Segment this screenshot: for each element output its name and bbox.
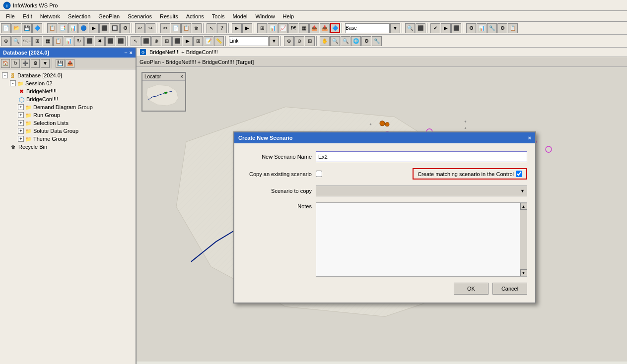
tb-misc2[interactable]: 📊 (477, 23, 487, 33)
menu-results[interactable]: Results (156, 12, 182, 20)
tree-recyclebin[interactable]: 🗑 Recycle Bin (2, 143, 134, 151)
tb2-zoom3[interactable]: ⊞ (305, 36, 315, 46)
tree-tb-refresh[interactable]: ↻ (11, 59, 20, 68)
tb-btn1[interactable]: 🔷 (32, 23, 42, 33)
tb2-btn1[interactable]: ⊕ (1, 36, 11, 46)
tb-btn2[interactable]: 📋 (47, 23, 57, 33)
tb2-misc[interactable]: ⚙ (361, 36, 371, 46)
tb-cut[interactable]: ✂ (160, 23, 170, 33)
dialog-close-btn[interactable]: × (528, 135, 531, 141)
tb-save[interactable]: 💾 (22, 23, 32, 33)
tb2-btn6[interactable]: ↻ (74, 36, 84, 46)
tree-tb-home[interactable]: 🏠 (1, 59, 10, 68)
tb2-zoomin[interactable]: 🔍 (330, 36, 340, 46)
tree-expand-selection[interactable]: + (18, 120, 24, 126)
tb-btn5[interactable]: 🔵 (78, 23, 88, 33)
tb-btn-more[interactable]: ▶ (232, 23, 242, 33)
tb-new[interactable]: 📄 (1, 23, 11, 33)
tree-demand[interactable]: + 📁 Demand Diagram Group (2, 103, 134, 111)
tb-select[interactable]: ↖ (207, 23, 216, 33)
tree-expand-session[interactable]: - (10, 80, 16, 86)
menu-model[interactable]: Model (229, 12, 252, 20)
menu-help[interactable]: Help (279, 12, 298, 20)
tb-misc4[interactable]: ⚙ (497, 23, 507, 33)
tb2-btn13[interactable]: ⬛ (172, 36, 182, 46)
tb2-zoomall[interactable]: 🌐 (351, 36, 361, 46)
scrollbar-up[interactable]: ▲ (520, 203, 527, 210)
tb-btn8[interactable]: 🔲 (110, 23, 120, 33)
tb2-btn7[interactable]: ⬛ (84, 36, 94, 46)
tb-delete[interactable]: 🗑 (192, 23, 202, 33)
tb-btn3[interactable]: 📑 (58, 23, 68, 33)
scenario-dropdown[interactable]: ▼ (316, 185, 527, 196)
tb-layer[interactable]: ▦ (299, 23, 309, 33)
tb-chart[interactable]: 📈 (278, 23, 288, 33)
tb-undo[interactable]: ↩ (135, 23, 145, 33)
menu-file[interactable]: File (2, 12, 19, 20)
tb2-btn14[interactable]: ▶ (183, 36, 193, 46)
tb2-cursor[interactable]: ↖ (131, 36, 140, 46)
tb2-btn11[interactable]: ⊕ (151, 36, 161, 46)
tree-database[interactable]: - 🗄 Database [2024.0] (2, 71, 134, 79)
tb-btn-more2[interactable]: ▶ (242, 23, 252, 33)
tree-expand-theme[interactable]: + (18, 136, 24, 142)
tb2-btn4[interactable]: 📋 (53, 36, 63, 46)
cancel-button[interactable]: Cancel (492, 283, 527, 295)
geoplan-tab-label[interactable]: BridgeNet!!!! + BridgeCon!!!! (149, 49, 218, 55)
tb-search[interactable]: 🔍 (405, 23, 415, 33)
scenario-name-input[interactable] (316, 151, 527, 162)
ok-button[interactable]: OK (454, 283, 488, 295)
menu-geoplan[interactable]: GeoPlan (94, 12, 124, 20)
tb-stop[interactable]: ⬛ (451, 23, 461, 33)
link-menu[interactable]: ▼ (269, 36, 279, 46)
tree-tb-add[interactable]: ➕ (21, 59, 30, 68)
tb-table[interactable]: 📊 (268, 23, 278, 33)
tb-help[interactable]: ? (217, 23, 227, 33)
tb2-btn8[interactable]: ✖ (95, 36, 105, 46)
tb2-sql[interactable]: SQL (22, 36, 32, 46)
tb-validate[interactable]: ✔ (430, 23, 440, 33)
tb2-btn3[interactable]: ▦ (43, 36, 53, 46)
tb-misc1[interactable]: ⚙ (466, 23, 476, 33)
tb-filter[interactable]: ⬛ (416, 23, 425, 33)
tb2-btn12[interactable]: ⊞ (162, 36, 172, 46)
tb-copy[interactable]: 📄 (171, 23, 181, 33)
menu-tools[interactable]: Tools (208, 12, 229, 20)
tb-open[interactable]: 📂 (11, 23, 21, 33)
notes-textarea[interactable] (316, 203, 520, 276)
menu-edit[interactable]: Edit (19, 12, 36, 20)
menu-window[interactable]: Window (251, 12, 279, 20)
tree-rungroup[interactable]: + 📁 Run Group (2, 111, 134, 119)
tb2-btn16[interactable]: 📝 (204, 36, 213, 46)
tb-base-menu[interactable]: ▼ (390, 23, 400, 33)
tb-paste[interactable]: 📋 (181, 23, 191, 33)
tb2-btn17[interactable]: 📏 (214, 36, 224, 46)
menu-selection[interactable]: Selection (64, 12, 94, 20)
tree-expand-demand[interactable]: + (18, 104, 24, 110)
tree-session[interactable]: - 📁 Session 02 (2, 79, 134, 87)
tb2-select[interactable]: ⬛ (141, 36, 151, 46)
tree-bridgecon[interactable]: ◯ BridgeCon!!!! (2, 95, 134, 103)
tb-import[interactable]: 📥 (320, 23, 330, 33)
tree-selectionlists[interactable]: + 📁 Selection Lists (2, 119, 134, 127)
tb-flagged[interactable]: 🔷 (330, 23, 340, 33)
tree-tb-settings[interactable]: ⚙ (31, 59, 40, 68)
tb-map[interactable]: 🗺 (288, 23, 298, 33)
base-dropdown[interactable]: Base (345, 23, 390, 33)
tree-expand-solute[interactable]: + (18, 128, 24, 134)
tb2-zoomout[interactable]: 🔍 (341, 36, 350, 46)
tb-btn4[interactable]: 📊 (68, 23, 78, 33)
create-matching-checkbox[interactable] (516, 171, 522, 177)
tb-grid[interactable]: ⊞ (257, 23, 267, 33)
menu-network[interactable]: Network (36, 12, 64, 20)
copy-existing-checkbox[interactable] (316, 171, 322, 177)
tree-expand-db[interactable]: - (2, 72, 8, 78)
menu-scenarios[interactable]: Scenarios (124, 12, 156, 20)
tb2-btn2[interactable]: 🔍 (11, 36, 21, 46)
tb2-btn5[interactable]: 📊 (64, 36, 73, 46)
tb-export[interactable]: 📤 (309, 23, 319, 33)
scrollbar-down[interactable]: ▼ (520, 269, 527, 276)
tree-themegroup[interactable]: + 📁 Theme Group (2, 135, 134, 143)
tb2-pan[interactable]: ✋ (320, 36, 330, 46)
left-panel-minimize[interactable]: – (124, 50, 127, 56)
